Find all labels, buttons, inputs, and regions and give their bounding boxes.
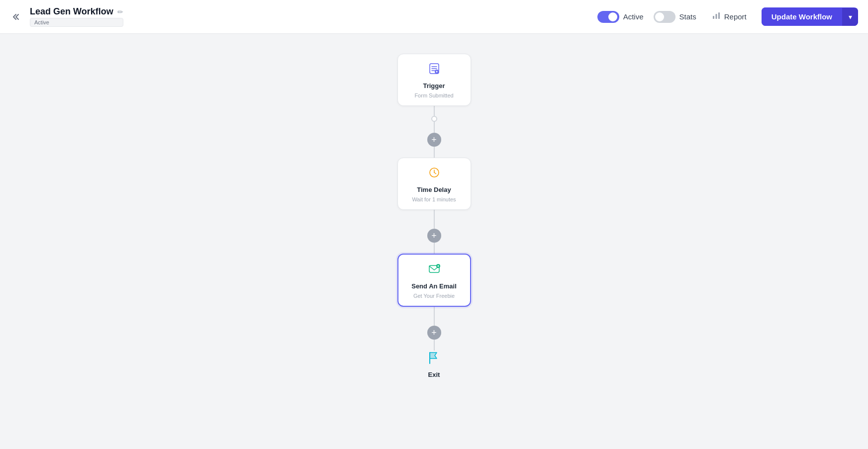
time-delay-icon <box>428 166 441 182</box>
active-toggle[interactable] <box>597 11 619 23</box>
svg-rect-2 <box>718 12 720 19</box>
active-toggle-area: Active <box>597 11 644 23</box>
add-step-button-3[interactable]: + <box>427 326 441 340</box>
update-workflow-button[interactable]: Update Workflow ▾ <box>762 7 858 26</box>
line-5 <box>434 220 435 229</box>
exit-icon <box>427 351 442 369</box>
report-button[interactable]: Report <box>706 7 752 26</box>
connector-3: + <box>427 307 441 351</box>
line-3 <box>434 147 435 158</box>
email-icon <box>428 263 441 275</box>
line-7 <box>434 307 435 317</box>
trigger-form-icon <box>428 62 441 75</box>
update-workflow-dropdown[interactable]: ▾ <box>842 8 858 26</box>
time-delay-node-subtitle: Wait for 1 minutes <box>412 196 456 202</box>
line-9 <box>434 340 435 351</box>
flag-icon <box>427 351 442 365</box>
svg-line-12 <box>434 173 436 174</box>
workflow-title-row: Lead Gen Workflow ✏ <box>30 6 123 17</box>
header-left: Lead Gen Workflow ✏ Active <box>10 6 123 27</box>
connector-1: + <box>427 106 441 158</box>
back-icon <box>12 12 22 22</box>
svg-rect-1 <box>715 14 717 19</box>
edit-icon[interactable]: ✏ <box>117 8 123 16</box>
report-icon <box>711 10 721 23</box>
workflow-title-area: Lead Gen Workflow ✏ Active <box>30 6 123 27</box>
svg-rect-0 <box>713 16 714 19</box>
connector-dot-1 <box>431 116 437 122</box>
line-1 <box>434 106 435 116</box>
trigger-node-subtitle: Form Submitted <box>414 92 453 98</box>
bar-chart-icon <box>711 10 721 20</box>
update-workflow-main[interactable]: Update Workflow <box>762 7 842 26</box>
header-right: Active Stats Report Update Workflow <box>597 7 858 26</box>
send-email-icon <box>428 263 441 278</box>
exit-label: Exit <box>428 371 440 378</box>
stats-toggle[interactable] <box>654 11 675 23</box>
send-email-node-subtitle: Get Your Freebie <box>413 293 455 299</box>
add-step-button-2[interactable]: + <box>427 229 441 243</box>
send-email-node[interactable]: Send An Email Get Your Freebie <box>397 254 471 307</box>
trigger-node-title: Trigger <box>423 82 445 90</box>
trigger-node[interactable]: Trigger Form Submitted <box>397 54 471 106</box>
line-6 <box>434 243 435 254</box>
time-delay-node-title: Time Delay <box>417 186 451 193</box>
clock-icon <box>428 166 441 179</box>
stats-toggle-label: Stats <box>679 12 696 21</box>
workflow-container: Trigger Form Submitted + Time Delay Wait… <box>397 44 471 378</box>
time-delay-node[interactable]: Time Delay Wait for 1 minutes <box>397 158 471 210</box>
line-4 <box>434 210 435 220</box>
send-email-node-title: Send An Email <box>411 282 457 290</box>
line-8 <box>434 317 435 326</box>
header: Lead Gen Workflow ✏ Active Active Stats <box>0 0 868 34</box>
report-label: Report <box>724 12 747 21</box>
stats-toggle-area: Stats <box>654 11 696 23</box>
line-2 <box>434 122 435 133</box>
dropdown-arrow-icon: ▾ <box>849 13 852 21</box>
back-button[interactable] <box>10 10 24 24</box>
trigger-icon <box>428 62 441 78</box>
active-toggle-label: Active <box>623 12 644 21</box>
workflow-title: Lead Gen Workflow <box>30 6 113 17</box>
workflow-canvas: Trigger Form Submitted + Time Delay Wait… <box>0 34 868 449</box>
active-status-badge: Active <box>30 18 123 27</box>
connector-2: + <box>427 210 441 254</box>
add-step-button-1[interactable]: + <box>427 133 441 147</box>
exit-node: Exit <box>427 351 442 378</box>
